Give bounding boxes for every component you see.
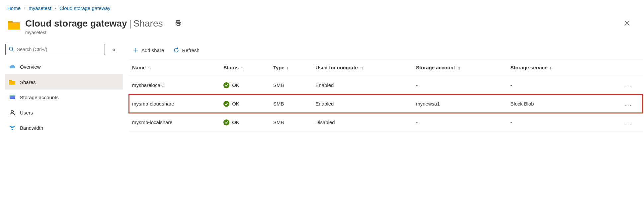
cell-storage-account: - <box>413 113 507 132</box>
chevron-right-icon: › <box>24 6 25 11</box>
svg-point-14 <box>11 110 14 113</box>
breadcrumb-parent[interactable]: myasetest <box>29 5 51 11</box>
cell-used-for-compute: Enabled <box>312 95 413 113</box>
row-actions-button[interactable]: … <box>622 81 635 89</box>
sidebar-item-shares[interactable]: Shares <box>5 74 123 90</box>
row-actions-button[interactable]: … <box>622 118 635 126</box>
page-header: Cloud storage gateway | Shares myasetest <box>0 16 644 41</box>
sidebar-item-storage-accounts[interactable]: Storage accounts <box>5 90 123 105</box>
cell-type: SMB <box>270 113 312 132</box>
breadcrumb-current[interactable]: Cloud storage gateway <box>59 5 110 11</box>
table-row[interactable]: mysmb-localshareOKSMBDisabled--… <box>129 113 643 132</box>
cell-status: OK <box>220 95 270 113</box>
svg-rect-1 <box>8 21 13 23</box>
svg-rect-12 <box>10 97 15 97</box>
svg-rect-0 <box>8 22 20 30</box>
checkmark-icon <box>223 101 229 107</box>
cell-storage-service: - <box>507 113 598 132</box>
column-header-name[interactable]: Name↑↓ <box>129 59 220 76</box>
add-share-button[interactable]: Add share <box>131 46 165 54</box>
table-row[interactable]: mysharelocal1OKSMBEnabled--… <box>129 76 643 95</box>
folder-small-icon <box>9 78 16 86</box>
cell-status: OK <box>220 113 270 132</box>
svg-line-7 <box>12 50 14 51</box>
search-icon <box>9 46 14 53</box>
sidebar-item-users[interactable]: Users <box>5 105 123 120</box>
column-header-type[interactable]: Type↑↓ <box>270 59 312 76</box>
cell-type: SMB <box>270 76 312 95</box>
sort-icon: ↑↓ <box>457 65 460 70</box>
sidebar: « Overview Shares Storage accounts Users <box>0 41 126 138</box>
svg-rect-2 <box>177 21 180 22</box>
column-header-storage-account[interactable]: Storage account↑↓ <box>413 59 507 76</box>
wifi-icon <box>9 124 16 131</box>
sidebar-item-bandwidth[interactable]: Bandwidth <box>5 120 123 135</box>
cell-storage-account: - <box>413 76 507 95</box>
title-separator: | <box>127 18 133 29</box>
search-input[interactable] <box>5 44 105 55</box>
svg-rect-9 <box>9 80 12 81</box>
cell-storage-account: mynewsa1 <box>413 95 507 113</box>
plus-icon <box>133 47 139 53</box>
sort-icon: ↑↓ <box>148 65 150 70</box>
cell-name: mysmb-cloudshare <box>129 95 220 113</box>
sidebar-item-label: Storage accounts <box>20 95 59 100</box>
user-icon <box>9 109 16 116</box>
folder-icon <box>7 18 21 31</box>
page-title-section: Shares <box>133 18 163 29</box>
sidebar-item-label: Shares <box>20 79 36 85</box>
column-header-storage-service[interactable]: Storage service↑↓ <box>507 59 598 76</box>
storage-icon <box>9 94 16 101</box>
cell-storage-service: - <box>507 76 598 95</box>
sidebar-item-label: Bandwidth <box>20 125 43 131</box>
cell-name: mysharelocal1 <box>129 76 220 95</box>
sort-icon: ↑↓ <box>360 65 362 70</box>
row-actions-button[interactable]: … <box>622 100 635 108</box>
column-header-status[interactable]: Status↑↓ <box>220 59 270 76</box>
cell-status: OK <box>220 76 270 95</box>
checkmark-icon <box>223 82 229 88</box>
cell-storage-service: Block Blob <box>507 95 598 113</box>
chevron-right-icon: › <box>55 6 56 11</box>
checkmark-icon <box>223 119 229 125</box>
cell-name: mysmb-localshare <box>129 113 220 132</box>
sort-icon: ↑↓ <box>286 65 289 70</box>
page-subtitle: myasetest <box>25 30 621 35</box>
main-content: Add share Refresh Name↑↓ Status↑↓ Type↑↓… <box>126 41 644 138</box>
sidebar-item-label: Overview <box>20 64 41 70</box>
column-header-used-for-compute[interactable]: Used for compute↑↓ <box>312 59 413 76</box>
toolbar: Add share Refresh <box>129 44 643 59</box>
page-title-main: Cloud storage gateway <box>25 18 127 29</box>
svg-rect-3 <box>177 24 179 26</box>
svg-point-6 <box>9 47 13 50</box>
cell-type: SMB <box>270 95 312 113</box>
shares-table: Name↑↓ Status↑↓ Type↑↓ Used for compute↑… <box>129 59 643 132</box>
breadcrumb: Home › myasetest › Cloud storage gateway <box>0 0 644 16</box>
cloud-icon <box>9 63 16 70</box>
close-button[interactable] <box>621 18 633 31</box>
svg-rect-8 <box>9 81 15 85</box>
sidebar-item-overview[interactable]: Overview <box>5 59 123 74</box>
cell-used-for-compute: Enabled <box>312 76 413 95</box>
sort-icon: ↑↓ <box>241 65 243 70</box>
print-button[interactable] <box>173 18 184 29</box>
refresh-label: Refresh <box>182 47 200 53</box>
refresh-icon <box>173 47 179 53</box>
collapse-sidebar-button[interactable]: « <box>112 46 116 53</box>
svg-point-15 <box>12 129 13 130</box>
sort-icon: ↑↓ <box>549 65 552 70</box>
cell-used-for-compute: Disabled <box>312 113 413 132</box>
svg-rect-13 <box>10 98 15 98</box>
refresh-button[interactable]: Refresh <box>172 46 201 54</box>
breadcrumb-home[interactable]: Home <box>7 5 21 11</box>
sidebar-item-label: Users <box>20 110 33 115</box>
table-row[interactable]: mysmb-cloudshareOKSMBEnabledmynewsa1Bloc… <box>129 95 643 113</box>
add-share-label: Add share <box>141 47 164 53</box>
svg-rect-11 <box>10 95 15 96</box>
